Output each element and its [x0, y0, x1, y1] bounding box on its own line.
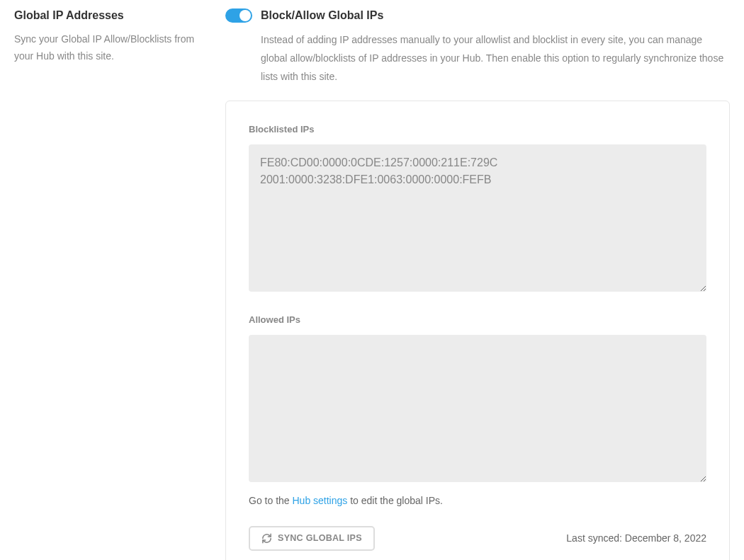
allowlist-textarea[interactable] [249, 335, 706, 482]
section-description: Sync your Global IP Allow/Blocklists fro… [14, 31, 205, 65]
settings-left-column: Global IP Addresses Sync your Global IP … [14, 7, 205, 560]
sync-global-ips-button[interactable]: SYNC GLOBAL IPS [249, 526, 375, 551]
section-title: Global IP Addresses [14, 7, 205, 24]
refresh-icon [261, 533, 272, 544]
blocklist-label: Blocklisted IPs [249, 124, 706, 135]
settings-right-column: Block/Allow Global IPs Instead of adding… [225, 7, 730, 560]
hint-suffix: to edit the global IPs. [347, 495, 443, 506]
hub-settings-link[interactable]: Hub settings [292, 495, 347, 506]
block-allow-toggle[interactable] [225, 8, 252, 23]
edit-hint: Go to the Hub settings to edit the globa… [249, 495, 706, 506]
toggle-title: Block/Allow Global IPs [261, 7, 730, 24]
hint-prefix: Go to the [249, 495, 292, 506]
blocklist-textarea[interactable] [249, 144, 706, 292]
last-synced-text: Last synced: December 8, 2022 [566, 532, 706, 544]
allowlist-label: Allowed IPs [249, 314, 706, 325]
toggle-description: Instead of adding IP addresses manually … [261, 31, 730, 86]
sync-button-label: SYNC GLOBAL IPS [278, 533, 362, 543]
ip-lists-card: Blocklisted IPs Allowed IPs Go to the Hu… [225, 101, 730, 560]
